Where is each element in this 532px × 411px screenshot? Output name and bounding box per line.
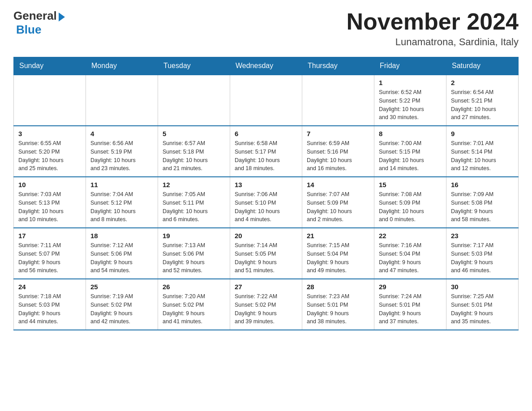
calendar-cell: 23Sunrise: 7:17 AM Sunset: 5:03 PM Dayli…: [446, 228, 519, 279]
weekday-header-saturday: Saturday: [446, 57, 519, 75]
day-number: 9: [451, 130, 514, 137]
day-number: 13: [235, 181, 297, 188]
page-header: General Blue November 2024 Lunamatrona, …: [13, 9, 519, 48]
calendar-cell: 13Sunrise: 7:06 AM Sunset: 5:10 PM Dayli…: [230, 177, 302, 228]
day-info: Sunrise: 6:57 AM Sunset: 5:18 PM Dayligh…: [163, 139, 225, 173]
day-number: 17: [18, 232, 81, 240]
calendar-cell: 16Sunrise: 7:09 AM Sunset: 5:08 PM Dayli…: [446, 177, 519, 228]
day-info: Sunrise: 7:22 AM Sunset: 5:02 PM Dayligh…: [235, 292, 297, 326]
calendar-cell: 5Sunrise: 6:57 AM Sunset: 5:18 PM Daylig…: [158, 126, 230, 177]
day-info: Sunrise: 7:00 AM Sunset: 5:15 PM Dayligh…: [379, 139, 442, 173]
day-number: 26: [163, 283, 225, 291]
day-info: Sunrise: 6:58 AM Sunset: 5:17 PM Dayligh…: [235, 139, 297, 173]
calendar-cell: 27Sunrise: 7:22 AM Sunset: 5:02 PM Dayli…: [230, 279, 302, 330]
calendar-cell: [86, 75, 158, 126]
day-info: Sunrise: 7:13 AM Sunset: 5:06 PM Dayligh…: [163, 241, 225, 275]
day-info: Sunrise: 7:16 AM Sunset: 5:04 PM Dayligh…: [379, 241, 442, 275]
day-number: 27: [235, 283, 297, 291]
weekday-header-sunday: Sunday: [14, 57, 86, 75]
calendar-cell: 28Sunrise: 7:23 AM Sunset: 5:01 PM Dayli…: [302, 279, 374, 330]
calendar-week-row: 17Sunrise: 7:11 AM Sunset: 5:07 PM Dayli…: [14, 228, 519, 279]
calendar-cell: 18Sunrise: 7:12 AM Sunset: 5:06 PM Dayli…: [86, 228, 158, 279]
day-number: 6: [235, 130, 297, 137]
day-info: Sunrise: 6:52 AM Sunset: 5:22 PM Dayligh…: [379, 88, 442, 122]
location-title: Lunamatrona, Sardinia, Italy: [347, 36, 519, 48]
day-info: Sunrise: 7:06 AM Sunset: 5:10 PM Dayligh…: [235, 190, 297, 224]
day-number: 30: [451, 283, 514, 291]
day-number: 24: [18, 283, 81, 291]
calendar-week-row: 3Sunrise: 6:55 AM Sunset: 5:20 PM Daylig…: [14, 126, 519, 177]
day-info: Sunrise: 7:03 AM Sunset: 5:13 PM Dayligh…: [18, 190, 81, 224]
day-info: Sunrise: 7:01 AM Sunset: 5:14 PM Dayligh…: [451, 139, 514, 173]
calendar-cell: 11Sunrise: 7:04 AM Sunset: 5:12 PM Dayli…: [86, 177, 158, 228]
day-info: Sunrise: 7:07 AM Sunset: 5:09 PM Dayligh…: [307, 190, 369, 224]
day-info: Sunrise: 7:17 AM Sunset: 5:03 PM Dayligh…: [451, 241, 514, 275]
weekday-header-friday: Friday: [374, 57, 446, 75]
day-number: 12: [163, 181, 225, 188]
day-number: 25: [90, 283, 153, 291]
day-info: Sunrise: 7:18 AM Sunset: 5:03 PM Dayligh…: [18, 292, 81, 326]
logo-blue-text: Blue: [16, 23, 41, 37]
day-number: 2: [451, 79, 514, 86]
day-info: Sunrise: 7:04 AM Sunset: 5:12 PM Dayligh…: [90, 190, 153, 224]
calendar-cell: 15Sunrise: 7:08 AM Sunset: 5:09 PM Dayli…: [374, 177, 446, 228]
day-info: Sunrise: 7:08 AM Sunset: 5:09 PM Dayligh…: [379, 190, 442, 224]
day-number: 22: [379, 232, 442, 240]
day-number: 18: [90, 232, 153, 240]
calendar-cell: 17Sunrise: 7:11 AM Sunset: 5:07 PM Dayli…: [14, 228, 86, 279]
day-info: Sunrise: 6:59 AM Sunset: 5:16 PM Dayligh…: [307, 139, 369, 173]
day-number: 8: [379, 130, 442, 137]
month-title: November 2024: [347, 9, 519, 34]
day-number: 11: [90, 181, 153, 188]
calendar-cell: 14Sunrise: 7:07 AM Sunset: 5:09 PM Dayli…: [302, 177, 374, 228]
day-info: Sunrise: 7:11 AM Sunset: 5:07 PM Dayligh…: [18, 241, 81, 275]
calendar-cell: 25Sunrise: 7:19 AM Sunset: 5:02 PM Dayli…: [86, 279, 158, 330]
calendar-cell: 22Sunrise: 7:16 AM Sunset: 5:04 PM Dayli…: [374, 228, 446, 279]
calendar-week-row: 1Sunrise: 6:52 AM Sunset: 5:22 PM Daylig…: [14, 75, 519, 126]
calendar-week-row: 24Sunrise: 7:18 AM Sunset: 5:03 PM Dayli…: [14, 279, 519, 330]
day-info: Sunrise: 6:55 AM Sunset: 5:20 PM Dayligh…: [18, 139, 81, 173]
day-info: Sunrise: 7:09 AM Sunset: 5:08 PM Dayligh…: [451, 190, 514, 224]
calendar-cell: 1Sunrise: 6:52 AM Sunset: 5:22 PM Daylig…: [374, 75, 446, 126]
day-info: Sunrise: 7:12 AM Sunset: 5:06 PM Dayligh…: [90, 241, 153, 275]
day-number: 28: [307, 283, 369, 291]
calendar-cell: 20Sunrise: 7:14 AM Sunset: 5:05 PM Dayli…: [230, 228, 302, 279]
calendar-week-row: 10Sunrise: 7:03 AM Sunset: 5:13 PM Dayli…: [14, 177, 519, 228]
title-block: November 2024 Lunamatrona, Sardinia, Ita…: [347, 9, 519, 48]
weekday-header-wednesday: Wednesday: [230, 57, 302, 75]
calendar-table: SundayMondayTuesdayWednesdayThursdayFrid…: [13, 57, 519, 330]
calendar-cell: 8Sunrise: 7:00 AM Sunset: 5:15 PM Daylig…: [374, 126, 446, 177]
day-number: 29: [379, 283, 442, 291]
day-number: 23: [451, 232, 514, 240]
calendar-cell: 12Sunrise: 7:05 AM Sunset: 5:11 PM Dayli…: [158, 177, 230, 228]
day-number: 4: [90, 130, 153, 137]
day-info: Sunrise: 7:24 AM Sunset: 5:01 PM Dayligh…: [379, 292, 442, 326]
day-info: Sunrise: 7:20 AM Sunset: 5:02 PM Dayligh…: [163, 292, 225, 326]
calendar-cell: 2Sunrise: 6:54 AM Sunset: 5:21 PM Daylig…: [446, 75, 519, 126]
calendar-cell: 21Sunrise: 7:15 AM Sunset: 5:04 PM Dayli…: [302, 228, 374, 279]
day-number: 21: [307, 232, 369, 240]
day-info: Sunrise: 7:14 AM Sunset: 5:05 PM Dayligh…: [235, 241, 297, 275]
day-info: Sunrise: 7:25 AM Sunset: 5:01 PM Dayligh…: [451, 292, 514, 326]
day-number: 1: [379, 79, 442, 86]
day-number: 10: [18, 181, 81, 188]
calendar-cell: 30Sunrise: 7:25 AM Sunset: 5:01 PM Dayli…: [446, 279, 519, 330]
calendar-cell: 19Sunrise: 7:13 AM Sunset: 5:06 PM Dayli…: [158, 228, 230, 279]
calendar-cell: 9Sunrise: 7:01 AM Sunset: 5:14 PM Daylig…: [446, 126, 519, 177]
day-number: 3: [18, 130, 81, 137]
calendar-cell: [14, 75, 86, 126]
calendar-cell: 7Sunrise: 6:59 AM Sunset: 5:16 PM Daylig…: [302, 126, 374, 177]
calendar-cell: [230, 75, 302, 126]
logo-general-text: General: [13, 9, 57, 23]
logo: General Blue: [13, 9, 65, 37]
day-number: 15: [379, 181, 442, 188]
calendar-cell: 10Sunrise: 7:03 AM Sunset: 5:13 PM Dayli…: [14, 177, 86, 228]
weekday-header-thursday: Thursday: [302, 57, 374, 75]
calendar-cell: 6Sunrise: 6:58 AM Sunset: 5:17 PM Daylig…: [230, 126, 302, 177]
logo-arrow-icon: [59, 13, 65, 21]
day-number: 7: [307, 130, 369, 137]
calendar-cell: 26Sunrise: 7:20 AM Sunset: 5:02 PM Dayli…: [158, 279, 230, 330]
day-info: Sunrise: 7:19 AM Sunset: 5:02 PM Dayligh…: [90, 292, 153, 326]
calendar-cell: [302, 75, 374, 126]
weekday-header-monday: Monday: [86, 57, 158, 75]
